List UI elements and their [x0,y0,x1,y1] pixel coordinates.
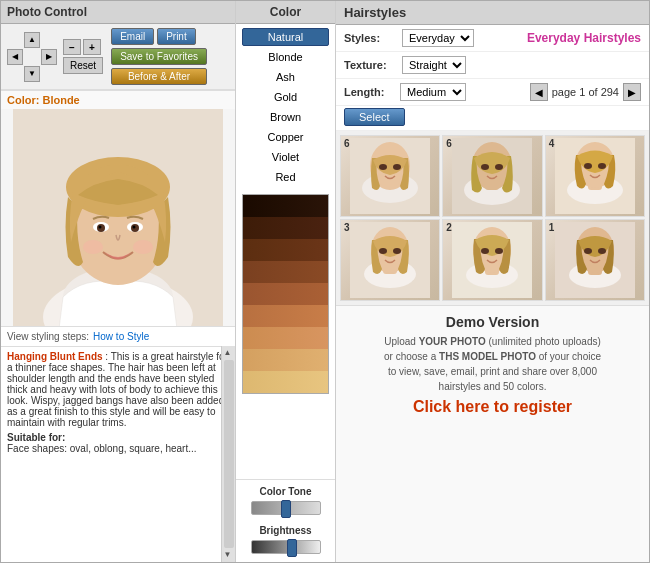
color-option-natural[interactable]: Natural [242,28,329,46]
reset-btn[interactable]: Reset [63,57,103,74]
color-option-blonde[interactable]: Blonde [242,48,329,66]
hairstyle-img-1 [341,136,439,216]
next-page-btn[interactable]: ▶ [623,83,641,101]
color-option-violet[interactable]: Violet [242,148,329,166]
hairstyle-item-5[interactable]: 2 [442,219,542,301]
texture-row: Texture: Straight [336,52,649,79]
color-header: Color [236,1,335,24]
photo-control-toolbar: ▲ ◀ ▶ ▼ − + Reset Email [1,24,235,90]
color-options: Natural Blonde Ash Gold Brown Copper Vio… [236,24,335,190]
svg-point-30 [584,163,592,169]
swatch-8[interactable] [243,349,328,371]
svg-point-25 [495,164,503,170]
hairstyle-num-2: 6 [446,138,452,149]
svg-point-31 [598,163,606,169]
description-title: Hanging Blunt Ends [7,351,103,362]
hairstyle-item-3[interactable]: 4 [545,135,645,217]
svg-point-11 [133,226,136,229]
color-option-brown[interactable]: Brown [242,108,329,126]
tone-slider-area[interactable] [242,499,329,517]
swatch-2[interactable] [243,217,328,239]
tone-slider[interactable] [251,501,321,515]
description-text: : This is a great hairstyle for a thinne… [7,351,228,428]
hairstyles-header: Hairstyles [336,1,649,25]
hairstyle-item-6[interactable]: 1 [545,219,645,301]
swatch-1[interactable] [243,195,328,217]
demo-text: Upload YOUR PHOTO (unlimited photo uploa… [348,334,637,394]
arrow-down-btn[interactable]: ▼ [24,66,40,82]
demo-version-area: Demo Version Upload YOUR PHOTO (unlimite… [336,305,649,562]
save-favorites-btn[interactable]: Save to Favorites [111,48,207,65]
action-btns: Email Print Save to Favorites Before & A… [111,28,207,85]
hairstyle-img-3 [546,136,644,216]
styles-select[interactable]: Everyday [402,29,474,47]
tone-handle[interactable] [281,500,291,518]
svg-point-10 [99,226,102,229]
print-btn[interactable]: Print [157,28,196,45]
scroll-up-arrow[interactable]: ▲ [224,348,234,358]
length-label: Length: [344,86,394,98]
arrow-left-btn[interactable]: ◀ [7,49,23,65]
page-nav: ◀ page 1 of 294 ▶ [530,83,641,101]
hairstyle-img-2 [443,136,541,216]
color-tone-section: Color Tone [236,479,335,521]
left-scrollbar[interactable]: ▲ ▼ [221,346,235,563]
hair-swatches [242,194,329,394]
swatch-7[interactable] [243,327,328,349]
zoom-out-btn[interactable]: − [63,39,81,55]
right-panel: Hairstyles Styles: Everyday Everyday Hai… [336,1,649,562]
before-after-btn[interactable]: Before & After [111,68,207,85]
zoom-in-btn[interactable]: + [83,39,101,55]
hairstyle-num-4: 3 [344,222,350,233]
swatch-6[interactable] [243,305,328,327]
register-link[interactable]: Click here to register [348,398,637,416]
model-photo [13,109,223,326]
hairstyle-num-6: 1 [549,222,555,233]
brightness-handle[interactable] [287,539,297,557]
scroll-down-arrow[interactable]: ▼ [224,550,234,560]
swatch-5[interactable] [243,283,328,305]
svg-point-49 [598,248,606,254]
color-option-ash[interactable]: Ash [242,68,329,86]
hairstyle-img-5 [443,220,541,300]
hairstyle-num-1: 6 [344,138,350,149]
select-btn-row: Select [336,106,649,131]
color-option-red[interactable]: Red [242,168,329,186]
hairstyle-item-1[interactable]: 6 [340,135,440,217]
swatch-4[interactable] [243,261,328,283]
svg-point-43 [495,248,503,254]
length-row: Length: Medium ◀ page 1 of 294 ▶ [336,79,649,106]
arrow-pad: ▲ ◀ ▶ ▼ [7,32,57,82]
select-btn[interactable]: Select [344,108,405,126]
svg-point-24 [481,164,489,170]
photo-control-header: Photo Control [1,1,235,24]
brightness-slider-area[interactable] [242,538,329,556]
hairstyle-item-4[interactable]: 3 [340,219,440,301]
brightness-slider[interactable] [251,540,321,554]
svg-point-36 [379,248,387,254]
everyday-label: Everyday Hairstyles [527,31,641,45]
texture-select[interactable]: Straight [402,56,466,74]
swatch-9[interactable] [243,371,328,393]
face-shapes-text: Face shapes: oval, oblong, square, heart… [7,443,229,454]
hairstyle-item-2[interactable]: 6 [442,135,542,217]
svg-point-19 [393,164,401,170]
length-select[interactable]: Medium [400,83,466,101]
svg-point-37 [393,248,401,254]
color-option-gold[interactable]: Gold [242,88,329,106]
left-panel: Photo Control ▲ ◀ ▶ ▼ − + Reset [1,1,236,562]
arrow-up-btn[interactable]: ▲ [24,32,40,48]
email-btn[interactable]: Email [111,28,154,45]
arrow-right-btn[interactable]: ▶ [41,49,57,65]
zoom-reset-col: − + Reset [63,39,103,74]
middle-panel: Color Natural Blonde Ash Gold Brown Copp… [236,1,336,562]
prev-page-btn[interactable]: ◀ [530,83,548,101]
swatch-3[interactable] [243,239,328,261]
svg-point-48 [584,248,592,254]
color-tone-label: Color Tone [242,484,329,499]
how-to-style-link[interactable]: How to Style [93,331,149,342]
svg-point-42 [481,248,489,254]
photo-area [1,109,235,326]
svg-point-13 [133,240,153,254]
color-option-copper[interactable]: Copper [242,128,329,146]
